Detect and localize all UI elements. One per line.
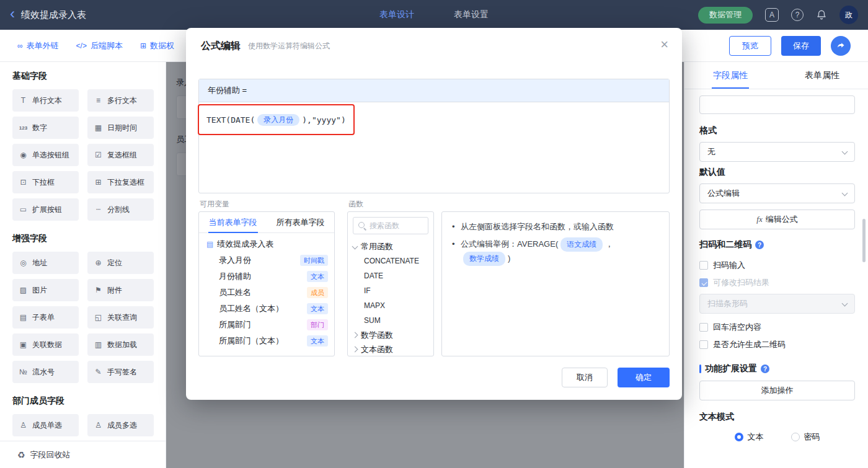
bell-icon[interactable] — [816, 9, 827, 20]
tab-form-design[interactable]: 表单设计 — [379, 9, 414, 20]
section-title-enhanced-fields: 增强字段 — [12, 233, 153, 244]
field-button-multi-dropdown[interactable]: ⊞下拉复选框 — [87, 171, 154, 193]
field-button-signature[interactable]: ✎手写签名 — [87, 361, 154, 383]
tab-form-settings[interactable]: 表单设置 — [454, 9, 489, 20]
function-group-text[interactable]: 文本函数 — [348, 342, 433, 356]
form-name: 绩效提成录入表 — [217, 239, 273, 250]
tab-field-properties[interactable]: 字段属性 — [684, 62, 776, 89]
search-input[interactable] — [370, 221, 423, 230]
field-button-label: 分割线 — [107, 205, 130, 215]
toolbar-item-external-link[interactable]: ∞ 表单外链 — [17, 40, 59, 51]
function-item[interactable]: MAPX — [348, 298, 433, 313]
add-action-button[interactable]: 添加操作 — [699, 381, 855, 400]
help-icon[interactable]: ? — [791, 9, 804, 21]
back-button[interactable]: ‹ — [10, 7, 15, 20]
field-button-radio-group[interactable]: ◉单选按钮组 — [12, 144, 79, 166]
formula-input-area[interactable]: TEXT(DATE(录入月份),"yyyy") — [199, 102, 669, 193]
function-search[interactable] — [353, 217, 428, 234]
field-button-location[interactable]: ⊕定位 — [87, 252, 154, 274]
cancel-button[interactable]: 取消 — [562, 368, 608, 387]
field-button-checkbox-group[interactable]: ☑复选框组 — [87, 144, 154, 166]
function-item[interactable]: SUM — [348, 313, 433, 328]
checkbox-allow-qr[interactable]: 是否允许生成二维码 — [699, 336, 855, 353]
field-button-subform[interactable]: ▤子表单 — [12, 306, 79, 329]
formula-editor-modal: 公式编辑 使用数学运算符编辑公式 × 年份辅助 = TEXT(DATE(录入月份… — [186, 28, 682, 400]
field-button-label: 数字 — [32, 123, 47, 133]
avatar[interactable]: 政 — [839, 6, 858, 24]
field-button-address[interactable]: ◎地址 — [12, 252, 79, 274]
form-tree-root[interactable]: ▤绩效提成录入表 — [199, 236, 334, 252]
multi-dropdown-icon: ⊞ — [93, 178, 104, 187]
field-button-image[interactable]: ▨图片 — [12, 279, 79, 301]
edit-formula-label: 编辑公式 — [766, 214, 798, 225]
share-button[interactable] — [831, 36, 851, 56]
field-button-member-single[interactable]: ♙成员单选 — [12, 414, 79, 436]
variable-item[interactable]: 所属部门（文本）文本 — [199, 333, 334, 349]
checkbox-icon — [699, 340, 708, 349]
field-button-extend-button[interactable]: ▭扩展按钮 — [12, 198, 79, 221]
language-icon[interactable]: A — [765, 8, 779, 22]
format-select[interactable]: 无 — [699, 142, 855, 162]
variable-item[interactable]: 所属部门部门 — [199, 317, 334, 333]
number-icon: 123 — [18, 125, 29, 131]
variable-item[interactable]: 月份辅助文本 — [199, 268, 334, 285]
data-manage-button[interactable]: 数据管理 — [698, 7, 753, 24]
checkbox-clear-on-enter[interactable]: 回车清空内容 — [699, 319, 855, 336]
preview-button[interactable]: 预览 — [729, 36, 771, 56]
field-button-divider[interactable]: ┄分割线 — [87, 198, 154, 221]
edit-formula-button[interactable]: fx编辑公式 — [699, 210, 855, 229]
field-title-input[interactable] — [699, 95, 855, 114]
close-icon[interactable]: × — [660, 38, 668, 51]
field-button-data-load[interactable]: ▥数据加载 — [87, 333, 154, 356]
function-item[interactable]: CONCATENATE — [348, 254, 433, 268]
question-icon[interactable]: ? — [755, 241, 764, 249]
checkbox-scan-input[interactable]: 扫码输入 — [699, 257, 855, 274]
multi-line-text-icon: ≡ — [93, 96, 104, 105]
field-button-attachment[interactable]: ⚑附件 — [87, 279, 154, 301]
datetime-icon: ▦ — [93, 123, 104, 132]
field-button-multi-line-text[interactable]: ≡多行文本 — [87, 89, 154, 112]
field-button-member-multi[interactable]: ♙成员多选 — [87, 414, 154, 436]
default-value-label: 默认值 — [699, 167, 855, 178]
function-group-common[interactable]: 常用函数 — [348, 239, 433, 254]
field-button-label: 附件 — [107, 285, 122, 296]
confirm-button[interactable]: 确定 — [618, 368, 670, 387]
save-button[interactable]: 保存 — [781, 36, 821, 56]
checkbox-checked-icon — [699, 278, 708, 287]
radio-password-mode[interactable]: 密码 — [791, 431, 820, 443]
field-button-dropdown[interactable]: ⊡下拉框 — [12, 171, 79, 193]
field-recycle-bin[interactable]: ♻ 字段回收站 — [0, 441, 166, 468]
field-button-number[interactable]: 123数字 — [12, 117, 79, 139]
single-line-text-icon: T — [18, 96, 29, 105]
toolbar-item-backend-script[interactable]: </> 后端脚本 — [76, 40, 123, 51]
field-button-linked-query[interactable]: ◱关联查询 — [87, 306, 154, 329]
question-icon[interactable]: ? — [761, 364, 769, 373]
modal-subtitle: 使用数学运算符编辑公式 — [248, 41, 330, 51]
formula-variable-pill: 录入月份 — [257, 114, 299, 126]
tab-all-form-fields[interactable]: 所有表单字段 — [267, 212, 334, 232]
radio-text-mode[interactable]: 文本 — [735, 431, 764, 443]
variable-item[interactable]: 录入月份时间戳 — [199, 252, 334, 268]
function-item[interactable]: IF — [348, 283, 433, 298]
tab-form-properties[interactable]: 表单属性 — [776, 62, 868, 89]
scrollbar-thumb[interactable] — [862, 219, 866, 262]
variable-item[interactable]: 员工姓名（文本）文本 — [199, 301, 334, 317]
field-button-datetime[interactable]: ▦日期时间 — [87, 117, 154, 139]
variable-item[interactable]: 员工姓名成员 — [199, 285, 334, 301]
toolbar-item-data-permission[interactable]: ⊞ 数据权 — [140, 40, 174, 51]
default-value-select[interactable]: 公式编辑 — [699, 183, 855, 203]
member-single-icon: ♙ — [18, 421, 29, 430]
toolbar-item-label: 表单外链 — [27, 40, 59, 51]
formula-suffix: ),"yyyy") — [302, 115, 345, 125]
function-group-math[interactable]: 数学函数 — [348, 328, 433, 342]
barcode-type-select[interactable]: 扫描条形码 — [699, 294, 855, 314]
field-button-linked-data[interactable]: ▣关联数据 — [12, 333, 79, 356]
tab-current-form-fields[interactable]: 当前表单字段 — [199, 212, 267, 232]
section-bar — [699, 364, 701, 373]
function-item[interactable]: DATE — [348, 268, 433, 283]
field-button-single-line-text[interactable]: T单行文本 — [12, 89, 79, 112]
section-title-member-fields: 部门成员字段 — [12, 395, 153, 407]
checkbox-modifiable-result[interactable]: 可修改扫码结果 — [699, 274, 855, 291]
linked-data-icon: ▣ — [18, 340, 29, 349]
field-button-serial-number[interactable]: №流水号 — [12, 361, 79, 383]
